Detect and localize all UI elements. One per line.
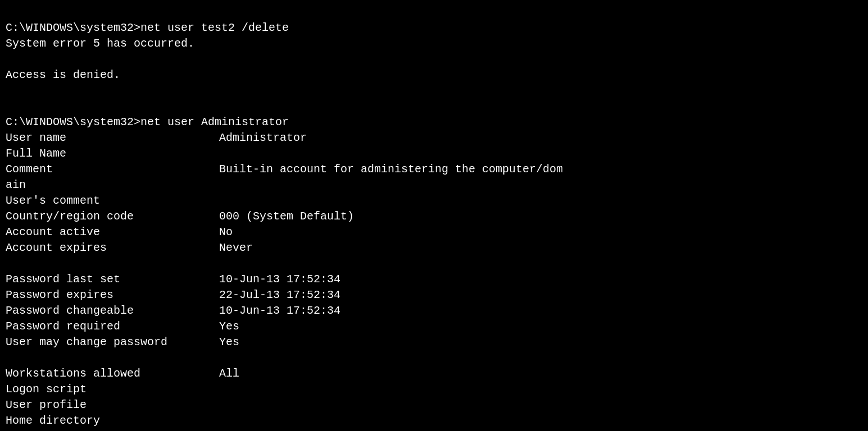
field-value: 10-Jun-13 17:52:34 <box>219 303 340 319</box>
field-label: Workstations allowed <box>6 366 219 382</box>
field-row: Account expiresNever <box>6 240 862 256</box>
field-label: User profile <box>6 397 219 413</box>
field-label: Comment <box>6 162 219 177</box>
field-label: Password expires <box>6 287 219 303</box>
field-value: 10-Jun-13 17:52:34 <box>219 272 340 287</box>
field-label: Password changeable <box>6 303 219 319</box>
field-label: User name <box>6 130 219 146</box>
field-label: User's comment <box>6 193 219 209</box>
field-value: Administrator <box>219 130 307 146</box>
field-value: Never <box>219 240 253 256</box>
field-value: 22-Jul-13 17:52:34 <box>219 287 340 303</box>
field-value: Built-in account for administering the c… <box>219 162 563 177</box>
field-row: CommentBuilt-in account for administerin… <box>6 162 862 177</box>
field-row: Account activeNo <box>6 224 862 240</box>
field-row: Password changeable10-Jun-13 17:52:34 <box>6 303 862 319</box>
terminal-line: Access is denied. <box>6 67 862 83</box>
field-row: User nameAdministrator <box>6 130 862 146</box>
field-row: User may change passwordYes <box>6 334 862 350</box>
field-label: User may change password <box>6 334 219 350</box>
empty-line <box>6 256 862 272</box>
empty-line <box>6 99 862 114</box>
field-row: Country/region code000 (System Default) <box>6 209 862 224</box>
field-label: Home directory <box>6 413 219 429</box>
terminal-line: System error 5 has occurred. <box>6 36 862 52</box>
field-row: Password last set10-Jun-13 17:52:34 <box>6 272 862 287</box>
terminal-window: C:\WINDOWS\system32>net user test2 /dele… <box>6 4 862 429</box>
terminal-line: C:\WINDOWS\system32>net user Administrat… <box>6 114 862 130</box>
field-label: Password required <box>6 319 219 334</box>
field-label: Account active <box>6 224 219 240</box>
empty-line <box>6 52 862 67</box>
field-label: Account expires <box>6 240 219 256</box>
field-row: Password expires22-Jul-13 17:52:34 <box>6 287 862 303</box>
field-row: User's comment <box>6 193 862 209</box>
field-row: Full Name <box>6 146 862 162</box>
field-value: 000 (System Default) <box>219 209 354 224</box>
field-row: Password requiredYes <box>6 319 862 334</box>
field-value: No <box>219 224 233 240</box>
field-label: Full Name <box>6 146 219 162</box>
field-label: Password last set <box>6 272 219 287</box>
terminal-line: ain <box>6 177 862 193</box>
empty-line <box>6 350 862 366</box>
field-row: User profile <box>6 397 862 413</box>
terminal-line: C:\WINDOWS\system32>net user test2 /dele… <box>6 20 862 36</box>
empty-line <box>6 83 862 99</box>
field-value: Yes <box>219 334 239 350</box>
field-row: Home directory <box>6 413 862 429</box>
field-row: Logon script <box>6 382 862 397</box>
field-label: Logon script <box>6 382 219 397</box>
field-label: Country/region code <box>6 209 219 224</box>
field-value: Yes <box>219 319 239 334</box>
field-row: Workstations allowedAll <box>6 366 862 382</box>
field-value: All <box>219 366 239 382</box>
